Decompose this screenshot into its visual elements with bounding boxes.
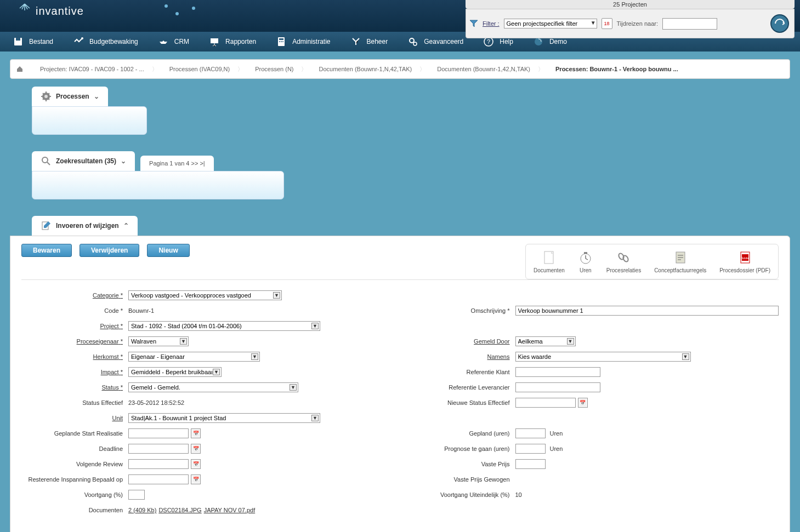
prognose-input[interactable] (515, 444, 546, 454)
tab-zoekresultaten[interactable]: Zoekresultaten (35) ⌄ (32, 151, 135, 171)
review-input[interactable] (128, 459, 189, 469)
chevron-down-icon: ⌄ (94, 93, 99, 100)
gepland-uren-input[interactable] (515, 428, 546, 438)
side-actions: Documenten Uren Procesrelaties Conceptfa… (525, 244, 779, 279)
categorie-select[interactable] (128, 290, 282, 300)
gemeld-door-select[interactable] (515, 336, 576, 346)
status-select[interactable] (128, 382, 298, 392)
breadcrumb: Projecten: IVAC09 - IVAC09 - 1002 - ...〉… (10, 59, 790, 79)
home-icon[interactable] (10, 60, 29, 78)
doc-count-link[interactable]: 2 (409 Kb) (128, 507, 156, 513)
calendar-icon[interactable]: 📅 (578, 398, 588, 408)
label-status[interactable]: Status * (21, 384, 128, 391)
app-header: invantive 25 Projecten Filter : ▼ 18 Tij… (0, 0, 800, 32)
menu-administratie[interactable]: Administratie (266, 32, 340, 52)
label-proceseigenaar[interactable]: Proceseigenaar * (21, 338, 128, 345)
tab-processen[interactable]: Processen ⌄ (32, 87, 108, 106)
zoekresultaten-body (32, 171, 284, 199)
menu-geavanceerd[interactable]: Geavanceerd (398, 32, 473, 52)
breadcrumb-item-0[interactable]: Projecten: IVAC09 - IVAC09 - 1002 - ... (29, 60, 152, 78)
side-action-uren[interactable]: Uren (578, 250, 593, 273)
geplande-start-input[interactable] (128, 428, 189, 438)
doc-link-1[interactable]: DSC02184.JPG (158, 507, 201, 513)
svg-point-8 (281, 41, 282, 42)
new-button[interactable]: Nieuw (147, 244, 189, 257)
clock-icon (578, 250, 593, 265)
namens-select[interactable] (515, 352, 691, 362)
ref-leverancier-input[interactable] (515, 382, 600, 392)
breadcrumb-item-3[interactable]: Documenten (Bouwnr-1,N,42,TAK) (308, 60, 419, 78)
deadline-input[interactable] (128, 444, 189, 454)
project-select[interactable] (128, 321, 320, 331)
impact-select[interactable] (128, 367, 222, 377)
gear-icon (41, 91, 52, 102)
filter-select[interactable] (504, 19, 597, 28)
unit-select[interactable] (128, 413, 320, 423)
label-herkomst[interactable]: Herkomst * (21, 353, 128, 360)
edit-panel: Invoeren of wijzigen ⌃ Documenten Uren P… (10, 216, 790, 532)
presentation-icon (209, 36, 220, 47)
proceseigenaar-select[interactable] (128, 336, 189, 346)
logo: invantive (16, 3, 84, 19)
nieuwe-status-input[interactable] (515, 398, 576, 408)
svg-rect-4 (211, 38, 218, 43)
code-value: Bouwnr-1 (128, 307, 154, 314)
label-code: Code * (21, 307, 128, 314)
calendar-icon[interactable]: 18 (602, 18, 612, 29)
svg-point-16 (44, 95, 48, 98)
calendar-icon[interactable]: 📅 (191, 444, 201, 454)
save-button[interactable]: Bewaren (21, 244, 72, 257)
menu-beheer[interactable]: Beheer (341, 32, 398, 52)
delete-button[interactable]: Verwijderen (80, 244, 139, 257)
pagination[interactable]: Pagina 1 van 4 >> >| (140, 156, 214, 171)
calendar-icon[interactable]: 📅 (191, 459, 201, 469)
breadcrumb-item-4[interactable]: Documenten (Bouwnr-1,42,N,TAK) (426, 60, 538, 78)
label-vaste-prijs-gewogen: Vaste Prijs Gewogen (408, 476, 515, 483)
label-geplande-start: Geplande Start Realisatie (21, 430, 128, 437)
calendar-icon[interactable]: 📅 (191, 428, 201, 438)
side-action-factuur[interactable]: Conceptfactuurregels (654, 250, 706, 273)
label-project[interactable]: Project * (21, 323, 128, 329)
link-icon (616, 250, 631, 265)
chevron-right-icon: 〉 (237, 60, 244, 78)
logo-icon (16, 3, 33, 19)
voortgang-input[interactable] (128, 490, 145, 500)
tools-icon (350, 36, 361, 47)
calendar-icon[interactable]: 📅 (191, 474, 201, 484)
herkomst-select[interactable] (128, 352, 260, 362)
menu-rapporten[interactable]: Rapporten (199, 32, 266, 52)
filter-label: Filter : (483, 20, 500, 27)
svg-point-0 (771, 15, 788, 32)
form-col-left: Categorie *▼ Code *Bouwnr-1 Project *▼ P… (21, 289, 392, 519)
resterende-input[interactable] (128, 474, 189, 484)
time-travel-input[interactable] (662, 18, 717, 30)
logo-text: invantive (36, 5, 84, 18)
form-col-right: Omschrijving * Gemeld Door▼ Namens▼ Refe… (408, 289, 779, 519)
doc-link-2[interactable]: JAPAY NOV 07.pdf (204, 507, 256, 513)
side-action-pdf[interactable]: AdobeProcesdossier (PDF) (719, 250, 770, 273)
label-impact[interactable]: Impact * (21, 369, 128, 375)
menu-budget[interactable]: Budgetbewaking (63, 32, 148, 52)
label-categorie[interactable]: Categorie * (21, 292, 128, 299)
edit-body: Documenten Uren Procesrelaties Conceptfa… (10, 236, 790, 532)
side-action-procesrelaties[interactable]: Procesrelaties (606, 250, 641, 273)
label-namens[interactable]: Namens (408, 353, 515, 360)
side-action-documenten[interactable]: Documenten (534, 250, 565, 273)
vaste-prijs-input[interactable] (515, 459, 546, 469)
divider (21, 279, 779, 280)
omschrijving-input[interactable] (515, 306, 779, 316)
ref-klant-input[interactable] (515, 367, 600, 377)
label-unit[interactable]: Unit (21, 415, 128, 421)
breadcrumb-item-1[interactable]: Processen (IVAC09,N) (158, 60, 237, 78)
documenten-links: 2 (409 Kb) DSC02184.JPG JAPAY NOV 07.pdf (128, 507, 392, 513)
label-review: Volgende Review (21, 461, 128, 467)
globe-refresh-icon[interactable] (769, 13, 791, 35)
label-gemeld-door[interactable]: Gemeld Door (408, 338, 515, 345)
svg-point-17 (42, 157, 48, 163)
menu-crm[interactable]: CRM (148, 32, 199, 52)
breadcrumb-item-5: Processen: Bouwnr-1 - Verkoop bouwnu ... (544, 60, 686, 78)
tab-edit[interactable]: Invoeren of wijzigen ⌃ (32, 216, 138, 236)
label-voortgang: Voortgang (%) (21, 491, 128, 498)
menu-bestand[interactable]: Bestand (3, 32, 63, 52)
breadcrumb-item-2[interactable]: Processen (N) (244, 60, 301, 78)
